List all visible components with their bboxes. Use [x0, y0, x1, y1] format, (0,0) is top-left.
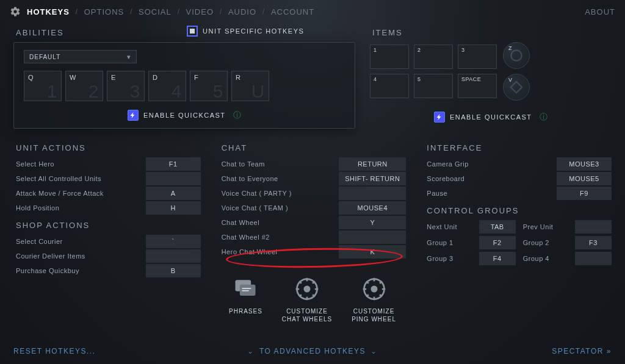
bind-row: PauseF9 — [424, 187, 612, 200]
bind-label: Pause — [424, 190, 557, 197]
keybind-input[interactable]: F4 — [479, 252, 516, 265]
bind-row: Purchase QuickbuyB — [13, 264, 201, 277]
nav-sep: / — [76, 7, 78, 16]
bind-label: Chat Wheel — [219, 219, 339, 226]
reset-hotkeys-link[interactable]: RESET HOTKEYS... — [13, 347, 95, 355]
keybind-input[interactable] — [146, 172, 201, 185]
bind-row: Chat WheelY — [219, 216, 406, 229]
keybind-input[interactable]: H — [146, 201, 201, 215]
keybind-input[interactable]: F3 — [575, 236, 612, 249]
bind-label: Camera Grip — [424, 160, 557, 168]
keybind-input[interactable]: RETURN — [339, 157, 406, 171]
keybind-input[interactable]: Y — [339, 216, 406, 229]
bind-row: Chat to EveryoneSHIFT- RETURN — [219, 172, 406, 185]
bind-row: Chat to TeamRETURN — [219, 157, 406, 171]
svg-rect-5 — [242, 290, 249, 291]
nav-audio[interactable]: AUDIO — [228, 7, 256, 16]
bind-row: Hero Chat WheelK — [219, 245, 406, 259]
bind-row: ScoreboardMOUSE5 — [424, 172, 612, 185]
spectator-link[interactable]: SPECTATOR » — [552, 347, 612, 355]
bind-row: Select All Controlled Units — [13, 172, 201, 185]
keybind-input[interactable] — [575, 220, 612, 234]
phrases-button[interactable]: PHRASES — [229, 276, 262, 323]
item-slot-6[interactable]: SPACE — [458, 74, 497, 98]
ctrl-label: Group 1 — [424, 236, 474, 249]
items-title: ITEMS — [372, 28, 612, 37]
keybind-input[interactable] — [339, 187, 406, 200]
ctrl-label: Group 4 — [521, 252, 570, 265]
keybind-input[interactable]: F1 — [146, 157, 201, 171]
ctrl-label: Group 3 — [424, 252, 474, 265]
bind-row: Attack Move / Force AttackA — [13, 187, 201, 200]
ctrl-label: Prev Unit — [521, 220, 570, 234]
keybind-input[interactable]: F9 — [557, 187, 612, 200]
customize-chat-wheels-button[interactable]: CUSTOMIZE CHAT WHEELS — [282, 276, 332, 323]
nav-video[interactable]: VIDEO — [186, 7, 214, 16]
ability-slot-4[interactable]: D4 — [148, 71, 186, 101]
keybind-input[interactable]: MOUSE5 — [557, 172, 612, 185]
keybind-input[interactable] — [339, 230, 406, 244]
bind-label: Hero Chat Wheel — [219, 248, 339, 255]
nav-hotkeys[interactable]: HOTKEYS — [27, 7, 70, 16]
ability-slot-3[interactable]: E3 — [107, 71, 145, 101]
nav-about[interactable]: ABOUT — [585, 7, 615, 16]
bind-row: Select HeroF1 — [13, 157, 201, 171]
nav-account[interactable]: ACCOUNT — [271, 7, 314, 16]
item-slot-2[interactable]: 2 — [414, 45, 453, 69]
items-help-icon[interactable]: ⓘ — [540, 112, 548, 123]
tp-scroll-slot[interactable]: V — [503, 74, 530, 101]
bind-row: Voice Chat ( TEAM )MOUSE4 — [219, 201, 406, 215]
keybind-input[interactable]: B — [146, 264, 201, 277]
items-quickcast-label: ENABLE QUICKCAST — [450, 113, 532, 121]
shop-actions-title: SHOP ACTIONS — [16, 221, 201, 230]
keybind-input[interactable]: ` — [146, 235, 201, 248]
keybind-input[interactable] — [575, 252, 612, 265]
topnav: HOTKEYS / OPTIONS / SOCIAL / VIDEO / AUD… — [0, 0, 625, 23]
keybind-input[interactable]: MOUSE3 — [557, 157, 612, 171]
ability-slot-5[interactable]: F5 — [190, 71, 228, 101]
keybind-input[interactable]: F2 — [479, 236, 516, 249]
items-quickcast-icon[interactable] — [434, 112, 445, 123]
bind-row: Voice Chat ( PARTY ) — [219, 187, 406, 200]
keybind-input[interactable]: SHIFT- RETURN — [339, 172, 406, 185]
item-slot-5[interactable]: 5 — [414, 74, 453, 98]
keybind-input[interactable]: TAB — [479, 220, 516, 234]
abilities-box: DEFAULT ▾ Q1 W2 E3 D4 F5 RU ENABLE QUICK… — [13, 42, 355, 129]
quickcast-label: ENABLE QUICKCAST — [143, 112, 226, 119]
unit-specific-checkbox[interactable] — [187, 26, 198, 37]
bind-label: Scoreboard — [424, 175, 557, 182]
bind-label: Attack Move / Force Attack — [13, 190, 146, 197]
ability-preset-select[interactable]: DEFAULT ▾ — [24, 50, 137, 63]
item-slot-4[interactable]: 4 — [370, 74, 409, 98]
bind-row: Hold PositionH — [13, 201, 201, 215]
keybind-input[interactable]: K — [339, 245, 406, 259]
keybind-input[interactable] — [146, 249, 201, 263]
item-slot-1[interactable]: 1 — [370, 45, 409, 69]
bind-label: Courier Deliver Items — [13, 252, 146, 260]
svg-point-7 — [304, 286, 311, 293]
bind-label: Chat Wheel #2 — [219, 234, 339, 241]
bind-label: Chat to Team — [219, 160, 339, 168]
keybind-input[interactable]: MOUSE4 — [339, 201, 406, 215]
customize-ping-wheel-button[interactable]: CUSTOMIZE PING WHEEL — [352, 276, 396, 323]
keybind-input[interactable]: A — [146, 187, 201, 200]
control-groups-title: CONTROL GROUPS — [427, 206, 612, 215]
ability-slot-1[interactable]: Q1 — [24, 71, 62, 101]
unit-specific-label: UNIT SPECIFIC HOTKEYS — [203, 27, 304, 35]
nav-options[interactable]: OPTIONS — [84, 7, 125, 16]
svg-point-0 — [511, 50, 521, 60]
item-slots: 1 2 3 4 5 SPACE — [370, 45, 497, 98]
ability-preset-value: DEFAULT — [29, 54, 60, 60]
item-slot-3[interactable]: 3 — [458, 45, 497, 69]
help-icon[interactable]: ⓘ — [233, 110, 242, 121]
neutral-item-slot[interactable]: Z — [503, 42, 530, 69]
quickcast-icon[interactable] — [128, 110, 139, 121]
svg-point-9 — [370, 286, 377, 293]
bind-label: Voice Chat ( PARTY ) — [219, 190, 339, 197]
nav-social[interactable]: SOCIAL — [139, 7, 172, 16]
svg-rect-4 — [242, 288, 251, 289]
advanced-hotkeys-link[interactable]: ⌄ TO ADVANCED HOTKEYS ⌄ — [247, 347, 377, 355]
ability-slot-6[interactable]: RU — [231, 71, 269, 101]
bind-label: Select Hero — [13, 160, 146, 168]
ability-slot-2[interactable]: W2 — [65, 71, 103, 101]
